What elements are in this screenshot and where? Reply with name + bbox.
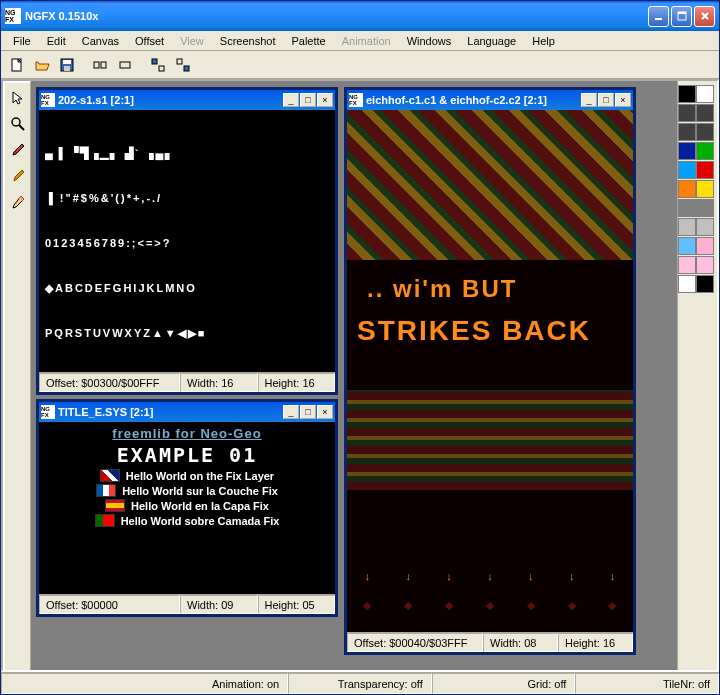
- menu-palette[interactable]: Palette: [283, 33, 333, 49]
- sprite-text-1: .. wi'm BUT: [367, 275, 517, 303]
- animation-status: Animation: on: [1, 673, 288, 694]
- maximize-icon[interactable]: □: [598, 93, 614, 107]
- tool-d-button[interactable]: [171, 54, 194, 76]
- menu-windows[interactable]: Windows: [399, 33, 460, 49]
- menu-file[interactable]: File: [5, 33, 39, 49]
- palette-swatch[interactable]: [678, 256, 696, 274]
- font-window-titlebar[interactable]: NG FX 202-s1.s1 [2:1] _ □ ×: [39, 90, 335, 110]
- font-window: NG FX 202-s1.s1 [2:1] _ □ × ▄▐ ▝▜▗▁▖ ▟` …: [36, 87, 338, 395]
- sprites-canvas[interactable]: .. wi'm BUT STRIKES BACK ↓↓↓↓↓↓↓ ◆◆◆◆◆◆◆: [347, 110, 633, 632]
- titlebar[interactable]: NG FX NGFX 0.1510x: [1, 1, 719, 31]
- height-label: Height: 16: [258, 373, 336, 392]
- palette-swatch[interactable]: [696, 256, 714, 274]
- palette-swatch[interactable]: [678, 142, 696, 160]
- eyedropper-tool[interactable]: [7, 139, 29, 161]
- flag-es-icon: [105, 499, 125, 512]
- minimize-icon[interactable]: _: [283, 93, 299, 107]
- window-icon: NG FX: [349, 93, 363, 107]
- palette-swatch[interactable]: [696, 123, 714, 141]
- menu-offset[interactable]: Offset: [127, 33, 172, 49]
- menu-view[interactable]: View: [172, 33, 212, 49]
- flag-pt-icon: [95, 514, 115, 527]
- svg-rect-13: [184, 66, 189, 71]
- minimize-icon[interactable]: _: [581, 93, 597, 107]
- palette-row: [678, 218, 717, 236]
- flag-uk-icon: [100, 469, 120, 482]
- menu-screenshot[interactable]: Screenshot: [212, 33, 284, 49]
- save-button[interactable]: [55, 54, 78, 76]
- palette-swatch[interactable]: [678, 218, 696, 236]
- menu-language[interactable]: Language: [459, 33, 524, 49]
- palette-swatch[interactable]: [696, 104, 714, 122]
- palette-row: [678, 199, 717, 217]
- palette-swatch[interactable]: [696, 218, 714, 236]
- pencil-tool[interactable]: [7, 191, 29, 213]
- palette-swatch[interactable]: [696, 199, 714, 217]
- palette-swatch[interactable]: [696, 161, 714, 179]
- palette-swatch[interactable]: [678, 275, 696, 293]
- title-window-titlebar[interactable]: NG FX TITLE_E.SYS [2:1] _ □ ×: [39, 402, 335, 422]
- svg-rect-0: [655, 18, 662, 20]
- palette-row: [678, 275, 717, 293]
- app-icon: NG FX: [5, 8, 21, 24]
- close-icon[interactable]: ×: [317, 405, 333, 419]
- font-row: ▄▐ ▝▜▗▁▖ ▟` ▗▄▖: [45, 146, 329, 161]
- zoom-tool[interactable]: [7, 113, 29, 135]
- width-label: Width: 09: [180, 595, 258, 614]
- menu-canvas[interactable]: Canvas: [74, 33, 127, 49]
- workspace: NG FX 202-s1.s1 [2:1] _ □ × ▄▐ ▝▜▗▁▖ ▟` …: [1, 79, 719, 672]
- svg-rect-11: [159, 66, 164, 71]
- menu-help[interactable]: Help: [524, 33, 563, 49]
- close-icon[interactable]: ×: [615, 93, 631, 107]
- palette-row: [678, 104, 717, 122]
- font-row: ◆ABCDEFGHIJKLMNO: [45, 371, 329, 372]
- close-icon[interactable]: ×: [317, 93, 333, 107]
- palette-row: [678, 161, 717, 179]
- pointer-tool[interactable]: [7, 87, 29, 109]
- palette-swatch[interactable]: [678, 123, 696, 141]
- sprite-logo-area: [347, 110, 633, 260]
- font-canvas[interactable]: ▄▐ ▝▜▗▁▖ ▟` ▗▄▖ ▐ !"#$%&'()*+,-./ 012345…: [39, 110, 335, 372]
- height-label: Height: 05: [258, 595, 336, 614]
- banner-text: freemlib for Neo-Geo: [112, 426, 261, 441]
- open-button[interactable]: [30, 54, 53, 76]
- mdi-area: NG FX 202-s1.s1 [2:1] _ □ × ▄▐ ▝▜▗▁▖ ▟` …: [31, 81, 677, 670]
- palette-swatch[interactable]: [678, 237, 696, 255]
- tool-b-button[interactable]: [113, 54, 136, 76]
- sprites-window-titlebar[interactable]: NG FX eichhof-c1.c1 & eichhof-c2.c2 [2:1…: [347, 90, 633, 110]
- palette-swatch[interactable]: [696, 180, 714, 198]
- minimize-icon[interactable]: _: [283, 405, 299, 419]
- palette-swatch[interactable]: [678, 161, 696, 179]
- palette-swatch[interactable]: [678, 199, 696, 217]
- toolbar: [1, 51, 719, 79]
- offset-label: Offset: $00300/$00FFF: [39, 373, 180, 392]
- grid-status: Grid: off: [432, 673, 576, 694]
- minimize-button[interactable]: [648, 6, 669, 27]
- palette-swatch[interactable]: [678, 85, 696, 103]
- palette-swatch[interactable]: [696, 237, 714, 255]
- menu-animation[interactable]: Animation: [334, 33, 399, 49]
- title-canvas[interactable]: freemlib for Neo-Geo EXAMPLE 01 Hello Wo…: [39, 422, 335, 594]
- palette-swatch[interactable]: [678, 104, 696, 122]
- window-icon: NG FX: [41, 405, 55, 419]
- color-palette: [677, 81, 717, 670]
- palette-swatch[interactable]: [678, 180, 696, 198]
- hello-line: Hello World en la Capa Fix: [105, 499, 269, 512]
- maximize-icon[interactable]: □: [300, 93, 316, 107]
- palette-row: [678, 180, 717, 198]
- width-label: Width: 16: [180, 373, 258, 392]
- close-button[interactable]: [694, 6, 715, 27]
- tool-a-button[interactable]: [88, 54, 111, 76]
- svg-rect-6: [64, 66, 70, 71]
- palette-swatch[interactable]: [696, 275, 714, 293]
- palette-swatch[interactable]: [696, 142, 714, 160]
- maximize-button[interactable]: [671, 6, 692, 27]
- menu-edit[interactable]: Edit: [39, 33, 74, 49]
- tool-c-button[interactable]: [146, 54, 169, 76]
- palette-swatch[interactable]: [696, 85, 714, 103]
- brush-tool[interactable]: [7, 165, 29, 187]
- new-button[interactable]: [5, 54, 28, 76]
- maximize-icon[interactable]: □: [300, 405, 316, 419]
- title-statusbar: Offset: $00000 Width: 09 Height: 05: [39, 594, 335, 614]
- transparency-status: Transparency: off: [288, 673, 432, 694]
